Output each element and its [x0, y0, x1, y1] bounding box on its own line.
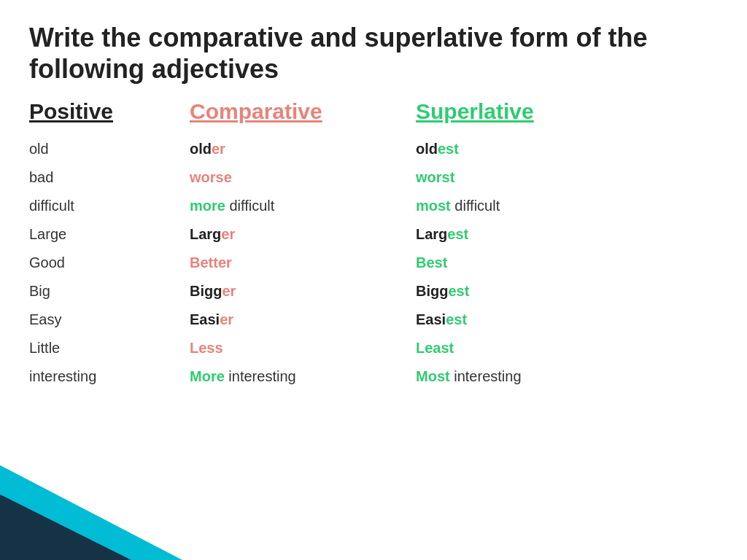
decorative-triangle	[0, 465, 182, 560]
table-body: oldolderoldestbadworseworstdifficultmore…	[29, 135, 718, 391]
comparative-cell: older	[190, 141, 416, 158]
table-row: difficultmore difficultmost difficult	[29, 192, 718, 220]
table-row: oldolderoldest	[29, 135, 718, 163]
comparative-cell: more difficult	[190, 198, 416, 214]
comparative-cell: Better	[190, 254, 416, 271]
positive-cell: bad	[29, 169, 190, 186]
comparative-cell: More interesting	[190, 368, 416, 385]
superlative-cell: Biggest	[416, 283, 718, 300]
superlative-cell: Most interesting	[416, 368, 718, 385]
positive-cell: old	[29, 141, 190, 158]
header-positive: Positive	[29, 99, 190, 124]
header-superlative: Superlative	[416, 99, 718, 124]
comparative-cell: worse	[190, 169, 416, 186]
table-row: LargeLargerLargest	[29, 220, 718, 249]
comparative-cell: Larger	[190, 226, 416, 243]
header-comparative: Comparative	[190, 99, 416, 124]
adjectives-table: Positive Comparative Superlative oldolde…	[29, 99, 718, 391]
superlative-cell: Largest	[416, 226, 718, 243]
superlative-cell: Easiest	[416, 311, 718, 328]
comparative-cell: Less	[190, 340, 416, 357]
positive-cell: Large	[29, 226, 190, 243]
positive-cell: difficult	[29, 198, 190, 214]
positive-cell: Little	[29, 340, 190, 357]
superlative-cell: Least	[416, 340, 718, 357]
positive-cell: interesting	[29, 368, 190, 385]
table-row: BigBiggerBiggest	[29, 277, 718, 306]
table-row: GoodBetterBest	[29, 249, 718, 277]
table-row: LittleLessLeast	[29, 334, 718, 362]
table-row: interestingMore interestingMost interest…	[29, 362, 718, 391]
comparative-cell: Easier	[190, 311, 416, 328]
superlative-cell: Best	[416, 254, 718, 271]
positive-cell: Good	[29, 254, 190, 271]
superlative-cell: oldest	[416, 141, 718, 158]
superlative-cell: most difficult	[416, 198, 718, 214]
superlative-cell: worst	[416, 169, 718, 186]
table-header-row: Positive Comparative Superlative	[29, 99, 718, 128]
positive-cell: Easy	[29, 311, 190, 328]
table-row: badworseworst	[29, 163, 718, 192]
comparative-cell: Bigger	[190, 283, 416, 300]
positive-cell: Big	[29, 283, 190, 300]
table-row: EasyEasierEasiest	[29, 306, 718, 334]
page-title: Write the comparative and superlative fo…	[29, 22, 718, 85]
main-container: Write the comparative and superlative fo…	[0, 0, 747, 405]
